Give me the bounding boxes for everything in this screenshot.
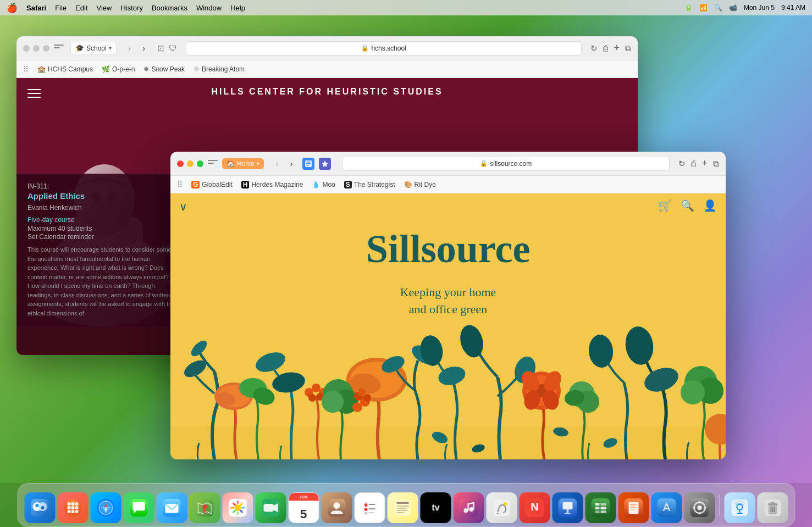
- close-button-front[interactable]: [177, 160, 184, 167]
- menu-help[interactable]: Help: [230, 4, 245, 12]
- bm-herdes[interactable]: H Herdes Magazine: [241, 181, 303, 188]
- bookmarks-icon[interactable]: ⊡: [157, 43, 164, 53]
- home-tab-icon: 🏠: [227, 160, 235, 168]
- apple-logo[interactable]: 🍎: [7, 3, 18, 13]
- forward-arrow-front[interactable]: ›: [285, 157, 298, 170]
- tabs-button-front[interactable]: ⧉: [713, 159, 719, 169]
- dock-maps[interactable]: [189, 492, 220, 523]
- svg-rect-116: [396, 510, 407, 511]
- ext-notchpad[interactable]: [302, 158, 314, 170]
- dock-notes[interactable]: [387, 492, 418, 523]
- account-icon[interactable]: 👤: [703, 199, 717, 212]
- svg-rect-109: [368, 508, 375, 509]
- dock-safari[interactable]: [90, 492, 121, 523]
- new-tab-button-front[interactable]: +: [701, 158, 708, 169]
- dock-launchpad[interactable]: [57, 492, 88, 523]
- ext-extension[interactable]: [319, 158, 331, 170]
- herdes-label: Herdes Magazine: [251, 181, 303, 188]
- dock-finder[interactable]: [24, 492, 55, 523]
- dock-reminders[interactable]: [354, 492, 385, 523]
- svg-point-56: [363, 394, 371, 402]
- svg-point-46: [587, 334, 614, 369]
- url-text-back: hchs.school: [371, 45, 406, 52]
- close-button[interactable]: [23, 45, 30, 52]
- shield-icon[interactable]: 🛡: [169, 43, 177, 53]
- bm-snow[interactable]: ❄ Snow Peak: [143, 65, 185, 73]
- course-panel: IN-311: Applied Ethics Evania Henkewich …: [16, 174, 190, 326]
- back-arrow-front[interactable]: ‹: [270, 157, 284, 170]
- menu-file[interactable]: File: [55, 4, 67, 12]
- bm-hchs[interactable]: 🏫 HCHS Campus: [37, 65, 93, 73]
- back-arrow[interactable]: ‹: [123, 42, 136, 55]
- dock-airdrop[interactable]: [724, 492, 755, 523]
- sidebar-toggle[interactable]: [54, 45, 64, 52]
- minimize-button-front[interactable]: [187, 160, 194, 167]
- battery-icon: 🔋: [684, 4, 693, 12]
- ritdye-icon: 🎨: [404, 181, 412, 188]
- sidebar-toggle-front[interactable]: [208, 160, 218, 168]
- bm-atom[interactable]: ⚛ Breaking Atom: [194, 65, 245, 73]
- forward-arrow[interactable]: ›: [137, 42, 151, 55]
- traffic-lights-front: [177, 160, 203, 167]
- minimize-button[interactable]: [33, 45, 40, 52]
- maximize-button[interactable]: [43, 45, 49, 52]
- menubar-datetime: Mon Jun 5: [744, 4, 775, 12]
- refresh-button[interactable]: ↻: [590, 43, 598, 53]
- lock-icon: 🔒: [361, 45, 369, 52]
- menu-window[interactable]: Window: [196, 4, 222, 12]
- maximize-button-front[interactable]: [197, 160, 203, 167]
- dock-appstore[interactable]: A: [651, 492, 682, 523]
- url-bar-back[interactable]: 🔒 hchs.school: [186, 41, 582, 56]
- dock-pages[interactable]: [618, 492, 649, 523]
- course-code: IN-311:: [27, 182, 179, 190]
- dock-contacts[interactable]: [321, 492, 352, 523]
- bm-ritdye[interactable]: 🎨 Rit Dye: [404, 181, 436, 188]
- menu-view[interactable]: View: [97, 4, 112, 12]
- bm-strategist[interactable]: S The Strategist: [344, 181, 395, 188]
- search-icon[interactable]: 🔍: [714, 4, 722, 12]
- dock-music[interactable]: [453, 492, 484, 523]
- svg-point-76: [71, 510, 74, 513]
- url-bar-front[interactable]: 🔒 sillsource.com: [342, 157, 670, 171]
- refresh-button-front[interactable]: ↻: [678, 159, 686, 169]
- dock-freeform[interactable]: [486, 492, 517, 523]
- dock-photos[interactable]: [222, 492, 253, 523]
- svg-rect-138: [600, 511, 606, 513]
- bm-globaledit[interactable]: G GlobalEdit: [191, 181, 233, 188]
- share-button[interactable]: ⎙: [603, 43, 608, 53]
- dock-numbers[interactable]: [585, 492, 616, 523]
- hchs-title: HILLS CENTER FOR HEURISTIC STUDIES: [16, 87, 638, 97]
- menu-bookmarks[interactable]: Bookmarks: [152, 4, 187, 12]
- menu-history[interactable]: History: [120, 4, 142, 12]
- dock-facetime[interactable]: [255, 492, 286, 523]
- bookmark-icons: ⊡ 🛡: [157, 43, 177, 53]
- bm-moo[interactable]: 💧 Moo: [312, 181, 335, 188]
- dock-tv[interactable]: tv: [420, 492, 451, 523]
- tabs-button[interactable]: ⧉: [625, 43, 631, 53]
- dock-messages[interactable]: [123, 492, 154, 523]
- school-tab-chevron: ▾: [109, 45, 112, 51]
- dock-trash[interactable]: [757, 492, 788, 523]
- grid-icon-front[interactable]: ⠿: [177, 180, 183, 189]
- app-name[interactable]: Safari: [26, 4, 46, 12]
- share-button-front[interactable]: ⎙: [691, 159, 696, 168]
- svg-point-66: [35, 504, 38, 507]
- sill-nav-chevron[interactable]: ∨: [179, 200, 187, 213]
- dock-news[interactable]: N: [519, 492, 550, 523]
- dock-calendar[interactable]: JUN 5: [288, 492, 319, 523]
- menu-edit[interactable]: Edit: [75, 4, 87, 12]
- nav-arrows-front: ‹ ›: [270, 157, 298, 170]
- cart-icon[interactable]: 🛒: [658, 199, 672, 212]
- dock-mail[interactable]: [156, 492, 187, 523]
- svg-rect-135: [595, 511, 599, 513]
- dock-settings[interactable]: [684, 492, 715, 523]
- school-tab[interactable]: 🎓 School ▾: [70, 42, 117, 54]
- bm-open[interactable]: 🌿 O-p-e-n: [102, 65, 135, 73]
- home-tab[interactable]: 🏠 Home ▾: [222, 158, 264, 169]
- dock-keynote[interactable]: [552, 492, 583, 523]
- svg-rect-136: [600, 503, 606, 506]
- new-tab-button[interactable]: +: [614, 42, 620, 54]
- course-link[interactable]: Five-day course: [27, 216, 179, 224]
- search-icon-sill[interactable]: 🔍: [681, 199, 694, 212]
- grid-icon[interactable]: ⠿: [23, 65, 29, 74]
